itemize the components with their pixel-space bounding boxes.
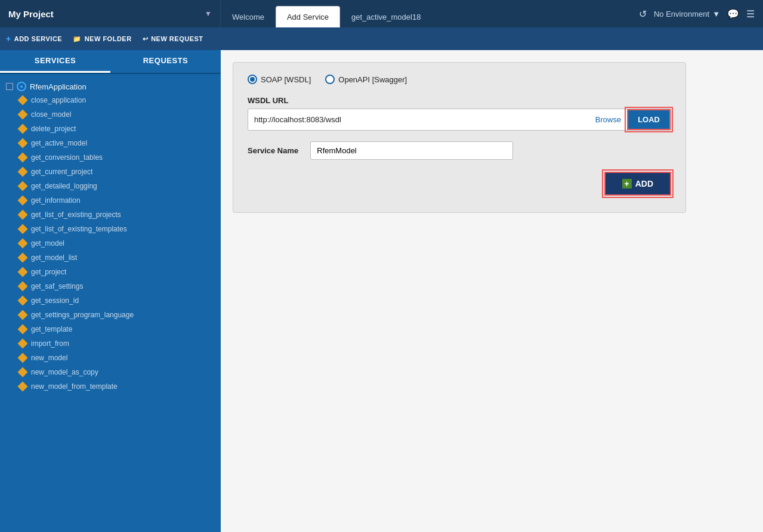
project-chevron-icon: ▼: [205, 10, 212, 18]
sidebar-tab-services[interactable]: SERVICES: [0, 50, 110, 73]
new-folder-label: NEW FOLDER: [85, 35, 132, 42]
new-request-label: NEW REQUEST: [151, 35, 203, 42]
diamond-icon: [18, 239, 28, 249]
project-name: My Project: [8, 9, 54, 19]
diamond-icon: [18, 224, 28, 234]
diamond-icon: [18, 324, 28, 335]
list-item[interactable]: get_active_model: [6, 136, 215, 150]
diamond-icon: [18, 382, 28, 392]
openapi-radio-button[interactable]: [325, 75, 335, 84]
diamond-icon: [18, 138, 28, 149]
add-label: ADD: [635, 179, 653, 188]
list-item[interactable]: get_model_list: [6, 250, 215, 265]
list-item[interactable]: delete_project: [6, 122, 215, 136]
openapi-radio-option[interactable]: OpenAPI [Swagger]: [325, 75, 407, 84]
diamond-icon: [18, 124, 28, 134]
load-button[interactable]: LOAD: [627, 109, 671, 130]
diamond-icon: [18, 282, 28, 292]
diamond-icon: [18, 153, 28, 163]
diamond-icon: [18, 353, 28, 363]
wsdl-url-label: WSDL URL: [248, 96, 671, 105]
service-type-radio-group: SOAP [WSDL] OpenAPI [Swagger]: [248, 75, 671, 84]
new-request-button[interactable]: ↩ NEW REQUEST: [143, 35, 203, 43]
list-item[interactable]: get_template: [6, 322, 215, 336]
list-item[interactable]: get_settings_program_language: [6, 308, 215, 322]
list-item[interactable]: close_model: [6, 107, 215, 122]
list-item[interactable]: close_application: [6, 93, 215, 107]
tab-add-service[interactable]: Add Service: [276, 6, 340, 27]
service-name-field: Service Name: [248, 141, 671, 160]
main-content: SOAP [WSDL] OpenAPI [Swagger] WSDL URL B…: [221, 50, 763, 532]
group-checkbox[interactable]: [6, 83, 13, 90]
diamond-icon: [18, 210, 28, 220]
diamond-icon: [18, 95, 28, 106]
wsdl-url-input[interactable]: [248, 110, 589, 129]
list-item[interactable]: get_detailed_logging: [6, 179, 215, 193]
soap-radio-button[interactable]: [248, 75, 257, 84]
sidebar-tabs: SERVICES REQUESTS: [0, 50, 221, 74]
top-right-controls: ↺ No Environment ▼ 💬 ☰: [631, 8, 763, 20]
request-icon: ↩: [143, 35, 149, 43]
tab-welcome[interactable]: Welcome: [221, 6, 276, 27]
list-item[interactable]: get_current_project: [6, 165, 215, 179]
refresh-icon[interactable]: ↺: [639, 8, 647, 20]
list-item[interactable]: get_saf_settings: [6, 279, 215, 293]
list-item[interactable]: get_list_of_existing_templates: [6, 222, 215, 236]
diamond-icon: [18, 110, 28, 120]
sidebar-service-list: ● RfemApplication close_application clos…: [0, 74, 221, 532]
url-input-row: Browse LOAD: [248, 109, 671, 131]
diamond-icon: [18, 253, 28, 263]
menu-icon[interactable]: ☰: [746, 8, 755, 20]
service-name-input[interactable]: [310, 141, 513, 160]
list-item[interactable]: get_information: [6, 193, 215, 208]
service-group-rfem: ● RfemApplication close_application clos…: [0, 76, 221, 397]
new-folder-button[interactable]: 📁 NEW FOLDER: [73, 35, 131, 43]
add-button-row: + ADD: [248, 172, 671, 196]
openapi-label: OpenAPI [Swagger]: [338, 75, 407, 84]
soap-radio-option[interactable]: SOAP [WSDL]: [248, 75, 311, 84]
add-service-plus-icon: +: [6, 34, 11, 44]
list-item[interactable]: get_model: [6, 236, 215, 250]
diamond-icon: [18, 181, 28, 191]
list-item[interactable]: import_from: [6, 336, 215, 351]
add-button[interactable]: + ADD: [604, 172, 671, 196]
tabs-bar: Welcome Add Service get_active_model18: [221, 0, 631, 27]
add-service-label: ADD SERVICE: [14, 35, 62, 42]
environment-chevron-icon: ▼: [712, 10, 720, 18]
service-group-name: RfemApplication: [30, 82, 87, 91]
wsdl-url-field: WSDL URL Browse LOAD: [248, 96, 671, 131]
soap-label: SOAP [WSDL]: [261, 75, 311, 84]
list-item[interactable]: get_session_id: [6, 293, 215, 308]
sidebar-tab-requests[interactable]: REQUESTS: [110, 50, 221, 73]
service-name-label: Service Name: [248, 146, 298, 155]
globe-icon: ●: [17, 82, 26, 91]
list-item[interactable]: get_list_of_existing_projects: [6, 208, 215, 222]
list-item[interactable]: new_model_from_template: [6, 379, 215, 394]
diamond-icon: [18, 167, 28, 177]
sidebar: SERVICES REQUESTS ● RfemApplication clos…: [0, 50, 221, 532]
browse-link[interactable]: Browse: [589, 115, 627, 124]
list-item[interactable]: get_project: [6, 265, 215, 279]
diamond-icon: [18, 339, 28, 349]
diamond-icon: [18, 296, 28, 306]
list-item[interactable]: get_conversion_tables: [6, 150, 215, 165]
service-group-header[interactable]: ● RfemApplication: [6, 80, 215, 93]
environment-selector[interactable]: No Environment ▼: [654, 10, 720, 18]
add-service-button[interactable]: + ADD SERVICE: [6, 34, 62, 44]
chat-icon[interactable]: 💬: [727, 8, 739, 20]
diamond-icon: [18, 267, 28, 277]
project-selector[interactable]: My Project ▼: [0, 0, 221, 27]
diamond-icon: [18, 196, 28, 206]
list-item[interactable]: new_model_as_copy: [6, 365, 215, 379]
environment-label: No Environment: [654, 10, 709, 18]
add-plus-icon: +: [622, 179, 632, 188]
list-item[interactable]: new_model: [6, 351, 215, 365]
diamond-icon: [18, 367, 28, 378]
add-service-form: SOAP [WSDL] OpenAPI [Swagger] WSDL URL B…: [233, 62, 686, 213]
diamond-icon: [18, 310, 28, 320]
folder-icon: 📁: [73, 35, 82, 43]
tab-get-active-model[interactable]: get_active_model18: [340, 6, 432, 27]
toolbar: + ADD SERVICE 📁 NEW FOLDER ↩ NEW REQUEST: [0, 27, 763, 50]
